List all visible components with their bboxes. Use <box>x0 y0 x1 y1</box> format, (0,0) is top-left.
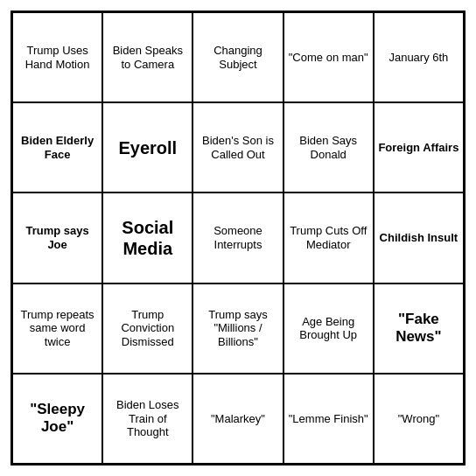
bingo-cell-r0c0[interactable]: Trump Uses Hand Motion <box>12 12 102 102</box>
bingo-cell-r2c2[interactable]: Someone Interrupts <box>192 192 283 283</box>
bingo-cell-r1c4[interactable]: Foreign Affairs <box>374 102 464 192</box>
bingo-cell-r0c4[interactable]: January 6th <box>374 12 464 102</box>
bingo-cell-r1c1[interactable]: Eyeroll <box>102 102 192 192</box>
bingo-cell-r4c1[interactable]: Biden Loses Train of Thought <box>102 374 192 464</box>
bingo-cell-r3c0[interactable]: Trump repeats same word twice <box>12 284 102 374</box>
bingo-cell-r3c3[interactable]: Age Being Brought Up <box>284 284 374 374</box>
bingo-cell-r2c4[interactable]: Childish Insult <box>374 192 464 283</box>
bingo-cell-r4c0[interactable]: "Sleepy Joe" <box>12 374 102 464</box>
bingo-cell-r1c2[interactable]: Biden's Son is Called Out <box>192 102 283 192</box>
bingo-cell-r4c3[interactable]: "Lemme Finish" <box>284 374 374 464</box>
bingo-cell-r0c2[interactable]: Changing Subject <box>192 12 283 102</box>
bingo-cell-r2c1[interactable]: Social Media <box>102 192 192 283</box>
bingo-cell-r3c2[interactable]: Trump says "Millions / Billions" <box>192 284 283 374</box>
bingo-cell-r0c1[interactable]: Biden Speaks to Camera <box>102 12 192 102</box>
bingo-cell-r1c3[interactable]: Biden Says Donald <box>284 102 374 192</box>
bingo-cell-r2c3[interactable]: Trump Cuts Off Mediator <box>284 192 374 283</box>
bingo-cell-r1c0[interactable]: Biden Elderly Face <box>12 102 102 192</box>
bingo-cell-r3c4[interactable]: "Fake News" <box>374 284 464 374</box>
bingo-cell-r4c4[interactable]: "Wrong" <box>374 374 464 464</box>
bingo-cell-r4c2[interactable]: "Malarkey" <box>192 374 283 464</box>
bingo-cell-r0c3[interactable]: "Come on man" <box>284 12 374 102</box>
bingo-card: Trump Uses Hand MotionBiden Speaks to Ca… <box>10 10 466 466</box>
bingo-cell-r3c1[interactable]: Trump Conviction Dismissed <box>102 284 192 374</box>
bingo-cell-r2c0[interactable]: Trump says Joe <box>12 192 102 283</box>
